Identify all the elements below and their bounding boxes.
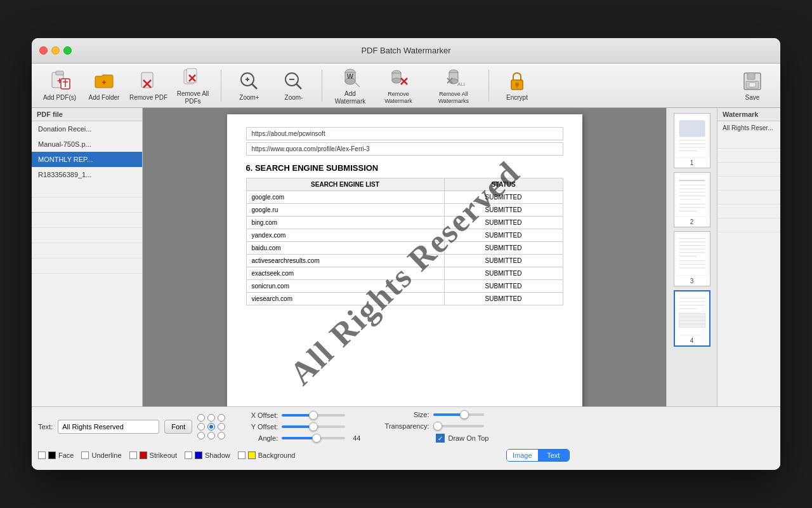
- thumbnail-0[interactable]: 1: [674, 113, 710, 168]
- file-item-1[interactable]: Manual-750S.p...: [32, 137, 142, 152]
- watermark-item-empty-2: [717, 163, 780, 177]
- file-item-3[interactable]: R183356389_1...: [32, 167, 142, 182]
- remove-all-watermarks-label: Remove All Watermarks: [428, 91, 480, 105]
- add-folder-label: Add Folder: [89, 94, 120, 102]
- bottom-row-1: Text: Font: [38, 411, 774, 443]
- svg-rect-7: [141, 72, 153, 88]
- radio-top-right[interactable]: [218, 414, 225, 422]
- save-button[interactable]: Save: [731, 67, 774, 105]
- angle-value: 44: [353, 434, 360, 442]
- zoom-out-icon: [282, 70, 305, 93]
- underline-label: Underline: [91, 451, 121, 459]
- file-item-0[interactable]: Donation Recei...: [32, 121, 142, 137]
- main-area: PDF file Donation Recei... Manual-750S.p…: [32, 108, 780, 406]
- add-pdfs-button[interactable]: + Add PDF(s): [38, 67, 81, 105]
- maximize-button[interactable]: [63, 46, 72, 55]
- svg-text:W: W: [347, 72, 354, 80]
- background-label: Background: [258, 451, 296, 459]
- radio-mid-left[interactable]: [197, 423, 205, 431]
- radio-mid-center[interactable]: [207, 423, 215, 431]
- thumbnail-3[interactable]: 4: [674, 290, 710, 347]
- file-item-2[interactable]: MONTHLY REP...: [32, 152, 142, 167]
- pdf-viewer: All Rights Reserved https://about.me/pcw…: [143, 108, 666, 406]
- remove-all-pdfs-button[interactable]: Remove All PDFs: [171, 67, 214, 105]
- toolbar-sep-3: [488, 70, 489, 102]
- radio-top-center[interactable]: [207, 414, 215, 422]
- strikeout-checkbox[interactable]: [129, 451, 137, 459]
- font-button[interactable]: Font: [164, 420, 192, 434]
- underline-checkbox[interactable]: [81, 451, 89, 459]
- toolbar: + Add PDF(s) + Add Folder: [32, 64, 780, 108]
- svg-line-21: [296, 84, 301, 89]
- zoom-in-button[interactable]: Zoom+: [228, 67, 271, 105]
- x-offset-slider[interactable]: [282, 414, 345, 417]
- watermark-item-0[interactable]: All Rights Reser...: [717, 121, 780, 135]
- angle-slider[interactable]: [282, 437, 345, 439]
- zoom-in-label: Zoom+: [239, 94, 259, 102]
- table-row-7: sonicrun.comSUBMITTED: [246, 280, 563, 293]
- shadow-checkbox-row: Shadow: [185, 451, 230, 459]
- thumbnail-1[interactable]: 2: [674, 172, 710, 227]
- close-button[interactable]: [39, 46, 48, 55]
- add-folder-button[interactable]: + Add Folder: [82, 67, 126, 105]
- background-checkbox-row: Background: [238, 451, 296, 459]
- file-panel-header: PDF file: [32, 108, 142, 121]
- face-checkbox[interactable]: [38, 451, 46, 459]
- minimize-button[interactable]: [51, 46, 60, 55]
- save-label: Save: [745, 94, 760, 102]
- add-watermark-icon: W: [339, 66, 362, 89]
- thumbnail-2[interactable]: 3: [674, 231, 710, 286]
- watermark-list-panel: Watermark All Rights Reser...: [717, 108, 780, 406]
- face-checkbox-row: Face: [38, 451, 74, 459]
- watermark-item-empty-4: [717, 190, 780, 204]
- zoom-out-button[interactable]: Zoom-: [272, 67, 315, 105]
- remove-all-watermarks-icon: ALL: [442, 67, 465, 90]
- y-offset-slider[interactable]: [282, 425, 345, 428]
- table-cell-3-1: SUBMITTED: [444, 229, 563, 242]
- watermark-item-empty-5: [717, 204, 780, 218]
- shadow-checkbox[interactable]: [185, 451, 192, 459]
- radio-group-left: [197, 414, 225, 439]
- pdf-content: All Rights Reserved https://about.me/pcw…: [227, 114, 582, 406]
- radio-top-left[interactable]: [197, 414, 205, 422]
- encrypt-icon: [506, 70, 528, 93]
- thumbnail-image-1: [675, 173, 709, 217]
- text-input[interactable]: [58, 420, 159, 434]
- thumbnail-image-2: [675, 232, 709, 276]
- face-color-swatch[interactable]: [48, 451, 56, 459]
- table-cell-6-0: exactseek.com: [246, 267, 444, 280]
- size-slider[interactable]: [433, 413, 484, 416]
- transparency-slider[interactable]: [433, 425, 484, 427]
- radio-mid-right[interactable]: [218, 423, 225, 431]
- table-cell-6-1: SUBMITTED: [444, 267, 563, 280]
- thumbnail-number-2: 3: [690, 276, 694, 286]
- table-row-4: baidu.comSUBMITTED: [246, 242, 563, 255]
- thumbnails-panel: 1234: [666, 108, 717, 406]
- watermark-item-empty-1: [717, 149, 780, 163]
- add-watermark-button[interactable]: W Add Watermark: [329, 67, 372, 105]
- encrypt-button[interactable]: Encrypt: [495, 67, 539, 105]
- background-checkbox[interactable]: [238, 451, 246, 459]
- strikeout-color-swatch[interactable]: [140, 451, 147, 459]
- pdf-links: https://about.me/pcwinsoft https://www.q…: [246, 127, 563, 156]
- pdf-link-0: https://about.me/pcwinsoft: [246, 127, 563, 140]
- remove-watermark-button[interactable]: Remove Watermark: [373, 67, 424, 105]
- shadow-color-swatch[interactable]: [195, 451, 202, 459]
- text-tab[interactable]: Text: [538, 450, 569, 461]
- size-row: Size:: [379, 411, 489, 418]
- draw-on-top-checkbox[interactable]: ✓: [436, 434, 445, 443]
- radio-bot-center[interactable]: [207, 432, 215, 439]
- svg-line-18: [252, 84, 257, 89]
- table-cell-3-0: yandex.com: [246, 229, 444, 242]
- background-color-swatch[interactable]: [248, 451, 256, 459]
- radio-bot-left[interactable]: [197, 432, 205, 439]
- remove-pdf-button[interactable]: Remove PDF: [127, 67, 170, 105]
- image-tab[interactable]: Image: [507, 450, 538, 461]
- shadow-label: Shadow: [205, 451, 230, 459]
- radio-bot-right[interactable]: [218, 432, 225, 439]
- toolbar-sep-2: [322, 70, 322, 102]
- file-item-empty-0: [32, 182, 142, 197]
- pdf-page: All Rights Reserved https://about.me/pcw…: [143, 108, 666, 406]
- remove-all-watermarks-button[interactable]: ALL Remove All Watermarks: [425, 67, 482, 105]
- svg-point-29: [392, 78, 401, 83]
